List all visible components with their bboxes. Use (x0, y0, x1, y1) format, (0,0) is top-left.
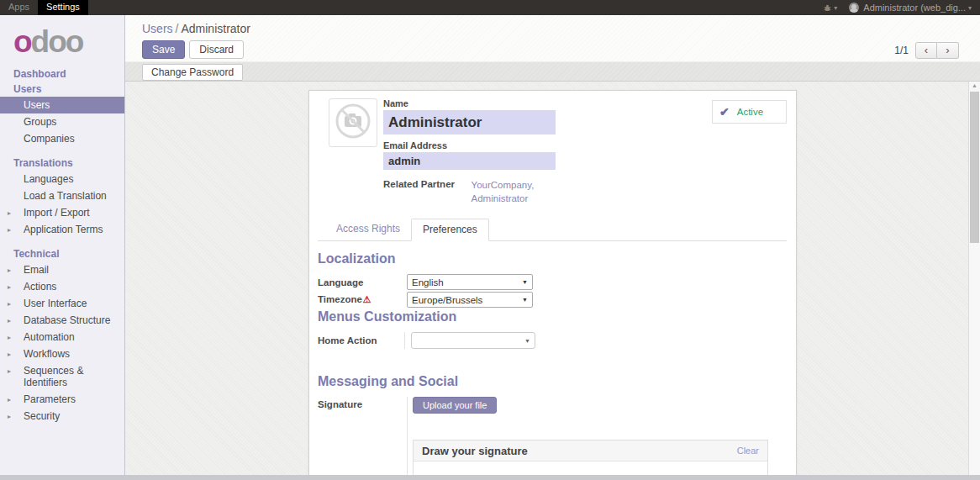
expand-arrow-icon: ▸ (8, 315, 11, 327)
pager: 1/1 ‹ › (894, 42, 959, 59)
avatar (849, 3, 859, 13)
sidebar-item-dashboard[interactable]: Dashboard (0, 66, 124, 82)
name-label: Name (383, 98, 564, 108)
developer-tools-menu[interactable]: ▾ (824, 4, 837, 12)
sidebar-section-users[interactable]: Users (0, 82, 124, 97)
select-caret-icon: ▼ (524, 338, 530, 344)
select-caret-icon: ▼ (522, 297, 528, 303)
form-area: Name Email Address Related Partner YourC… (125, 82, 980, 475)
select-caret-icon: ▼ (522, 279, 528, 285)
bug-icon (824, 4, 831, 12)
active-label: Active (737, 107, 763, 117)
menu-apps[interactable]: Apps (0, 0, 38, 15)
sidebar-item-load-a-translation[interactable]: Load a Translation (0, 187, 124, 204)
breadcrumb-current: Administrator (181, 22, 250, 35)
tab-access-rights[interactable]: Access Rights (325, 219, 411, 240)
sidebar-section-translations[interactable]: Translations (0, 156, 124, 171)
menu-settings[interactable]: Settings (38, 0, 88, 15)
pager-value: 1/1 (894, 45, 909, 56)
form-sheet: Name Email Address Related Partner YourC… (308, 90, 797, 475)
user-menu-label: Administrator (web_dig... (863, 3, 966, 13)
expand-arrow-icon: ▸ (8, 349, 11, 361)
vertical-scrollbar: ▲ (968, 82, 980, 475)
signature-widget: Draw your signature Clear (413, 440, 768, 475)
timezone-label: Timezone⚠ (318, 294, 407, 305)
sidebar: odoo Dashboard Users Users Groups Compan… (0, 15, 125, 475)
discard-button[interactable]: Discard (189, 40, 244, 59)
odoo-logo: odoo (0, 15, 124, 66)
notebook-tabs: Access Rights Preferences (318, 219, 787, 241)
expand-arrow-icon: ▸ (8, 411, 11, 423)
expand-arrow-icon: ▸ (8, 224, 11, 236)
change-password-button[interactable]: Change Password (142, 64, 243, 81)
sidebar-item-user-interface[interactable]: ▸User Interface (0, 295, 124, 312)
signature-label: Signature (318, 397, 407, 475)
save-button[interactable]: Save (142, 40, 185, 59)
sidebar-item-companies[interactable]: Companies (0, 130, 124, 147)
sidebar-item-automation[interactable]: ▸Automation (0, 329, 124, 345)
localization-title: Localization (318, 251, 561, 266)
breadcrumb-users-link[interactable]: Users (142, 22, 173, 35)
expand-arrow-icon: ▸ (8, 282, 11, 293)
expand-arrow-icon: ▸ (8, 366, 11, 377)
language-select[interactable]: English ▼ (407, 274, 533, 290)
tab-preferences[interactable]: Preferences (411, 219, 489, 241)
sidebar-item-languages[interactable]: Languages (0, 171, 124, 187)
sidebar-item-parameters[interactable]: ▸Parameters (0, 391, 124, 408)
user-image-field[interactable] (329, 98, 377, 147)
breadcrumb: Users/Administrator (142, 22, 250, 35)
email-label: Email Address (383, 140, 564, 150)
home-action-combobox[interactable]: ▼ (411, 332, 535, 349)
email-input[interactable] (383, 152, 556, 170)
draw-signature-title: Draw your signature (422, 445, 737, 457)
sidebar-item-security[interactable]: ▸Security (0, 408, 124, 425)
pager-next-button[interactable]: › (937, 42, 959, 59)
sidebar-item-workflows[interactable]: ▸Workflows (0, 345, 124, 362)
expand-arrow-icon: ▸ (8, 332, 11, 344)
main-content: Users/Administrator Save Discard 1/1 ‹ ›… (125, 15, 980, 475)
sidebar-item-actions[interactable]: ▸Actions (0, 278, 124, 295)
name-input[interactable] (383, 110, 556, 135)
chevron-down-icon: ▾ (834, 4, 837, 12)
breadcrumb-separator: / (176, 22, 179, 35)
status-bar: Change Password (125, 61, 980, 82)
pager-previous-button[interactable]: ‹ (915, 42, 937, 59)
sidebar-item-database-structure[interactable]: ▸Database Structure (0, 312, 124, 329)
clear-signature-link[interactable]: Clear (737, 446, 759, 456)
control-panel: Users/Administrator Save Discard 1/1 ‹ › (125, 15, 980, 61)
chevron-down-icon: ▾ (968, 4, 972, 12)
menus-customization-title: Menus Customization (318, 309, 545, 324)
timezone-select[interactable]: Europe/Brussels ▼ (407, 292, 533, 308)
expand-arrow-icon: ▸ (8, 265, 11, 277)
warning-icon: ⚠ (363, 294, 371, 304)
related-partner-link[interactable]: YourCompany, Administrator (472, 179, 564, 205)
sidebar-section-technical[interactable]: Technical (0, 246, 124, 261)
language-label: Language (318, 277, 407, 287)
check-icon: ✔ (719, 105, 730, 119)
expand-arrow-icon: ▸ (8, 394, 11, 406)
sidebar-item-application-terms[interactable]: ▸Application Terms (0, 221, 124, 238)
sidebar-item-users[interactable]: Users (0, 97, 124, 113)
expand-arrow-icon: ▸ (8, 208, 11, 219)
expand-arrow-icon: ▸ (8, 298, 11, 310)
scroll-up-arrow[interactable]: ▲ (969, 82, 980, 88)
sidebar-item-groups[interactable]: Groups (0, 113, 124, 130)
messaging-and-social-title: Messaging and Social (318, 374, 787, 389)
upload-file-button[interactable]: Upload your file (413, 397, 497, 414)
top-bar: Apps Settings ▾ Administrator (web_dig..… (0, 0, 980, 15)
vertical-scrollbar-thumb[interactable] (970, 92, 979, 243)
sidebar-item-email[interactable]: ▸Email (0, 261, 124, 278)
user-menu[interactable]: Administrator (web_dig... ▾ (849, 3, 972, 13)
no-camera-icon (335, 103, 371, 143)
signature-canvas[interactable] (414, 462, 767, 475)
sidebar-item-import-export[interactable]: ▸Import / Export (0, 204, 124, 221)
home-action-label: Home Action (318, 335, 404, 345)
related-partner-label: Related Partner (383, 179, 472, 205)
sidebar-item-sequences-identifiers[interactable]: ▸Sequences & Identifiers (0, 362, 124, 391)
horizontal-scrollbar[interactable] (0, 475, 980, 480)
active-checkbox[interactable]: ✔ Active (712, 100, 787, 124)
